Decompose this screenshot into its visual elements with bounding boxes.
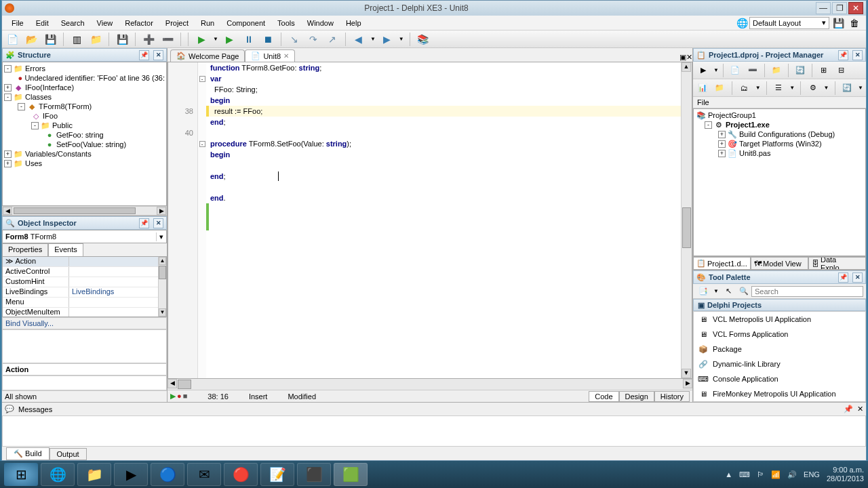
- macro-play-icon[interactable]: ▶: [170, 392, 176, 401]
- start-button[interactable]: ⊞: [4, 463, 38, 486]
- pm-build-cfg[interactable]: Build Configurations (Debug): [739, 130, 835, 138]
- menu-project[interactable]: Project: [160, 18, 194, 28]
- network-icon[interactable]: 📶: [771, 470, 781, 479]
- tree-errors[interactable]: Errors: [25, 64, 45, 73]
- delete-layout-button[interactable]: 🗑: [847, 16, 862, 30]
- layout-combo[interactable]: Default Layout ▾: [749, 17, 829, 29]
- tree-classes[interactable]: Classes: [25, 93, 52, 101]
- messages-body[interactable]: [2, 415, 866, 447]
- tree-getfoo[interactable]: GetFoo: string: [56, 131, 104, 139]
- oi-grid[interactable]: ≫ Action ActiveControl CustomHint LiveBi…: [2, 256, 167, 317]
- pm-remove-button[interactable]: ➖: [745, 63, 760, 78]
- menu-edit[interactable]: Edit: [31, 18, 54, 28]
- palette-item[interactable]: 🖥VCL Metropolis UI Application: [694, 312, 865, 327]
- pm-tree[interactable]: 📚ProjectGroup1 -⚙Project1.exe +🔧Build Co…: [693, 108, 866, 256]
- macro-record-icon[interactable]: ●: [177, 392, 182, 401]
- tree-ifoo2[interactable]: IFoo: [43, 112, 58, 120]
- oi-instance-combo[interactable]: Form8 TForm8 ▾: [2, 230, 167, 243]
- tab-unit8[interactable]: 📄Unit8✕: [245, 49, 295, 62]
- taskbar-thunderbird[interactable]: ✉: [187, 463, 221, 486]
- pm-views-button[interactable]: 🗂: [738, 81, 751, 96]
- scroll-right-arrow[interactable]: ▶: [157, 207, 166, 215]
- tree-ifoo[interactable]: IFoo(Interface): [25, 83, 74, 92]
- tab-design[interactable]: Design: [619, 391, 654, 402]
- pm-collapse-button[interactable]: ⊟: [834, 63, 849, 78]
- pm-projectgroup[interactable]: ProjectGroup1: [708, 111, 756, 119]
- pm-unit8[interactable]: Unit8.pas: [739, 149, 770, 157]
- pm-tab-data[interactable]: 🗄Data Explo...: [808, 257, 866, 270]
- editor-hscroll[interactable]: ◀ ▶: [167, 379, 692, 390]
- system-tray[interactable]: ▲ ⌨ 🏳 📶 🔊 ENG 9:00 a.m. 28/01/2013: [725, 466, 864, 483]
- tree-error-item[interactable]: Undeclared identifier: 'FFoo' at line 36…: [24, 74, 165, 82]
- menu-file[interactable]: File: [6, 18, 29, 28]
- taskbar-app3[interactable]: ⬛: [297, 463, 331, 486]
- pm-sort-button[interactable]: 📊: [696, 81, 709, 96]
- taskbar-delphi[interactable]: 🟩: [334, 463, 368, 486]
- taskbar-ie[interactable]: 🌐: [41, 463, 75, 486]
- oi-bind-link[interactable]: Bind Visually...: [2, 317, 167, 329]
- remove-file-button[interactable]: ➖: [160, 32, 175, 47]
- save-layout-button[interactable]: 💾: [831, 16, 846, 30]
- volume-icon[interactable]: 🔊: [787, 470, 797, 479]
- menu-run[interactable]: Run: [195, 18, 220, 28]
- save-all-button[interactable]: 💾: [115, 32, 130, 47]
- new-button[interactable]: 📄: [5, 32, 20, 47]
- pm-tab-model[interactable]: 🗺Model View: [751, 257, 808, 270]
- nav-fwd-dropdown[interactable]: ▼: [399, 36, 404, 42]
- palette-item[interactable]: 🔗Dynamic-link Library: [694, 357, 865, 371]
- oi-pin-button[interactable]: 📌: [139, 218, 149, 228]
- nav-fwd-button[interactable]: ▶: [380, 32, 395, 47]
- messages-tab-build[interactable]: 🔨 Build: [6, 447, 50, 460]
- tab-code[interactable]: Code: [589, 391, 618, 402]
- flag-icon[interactable]: 🏳: [757, 470, 764, 479]
- nav-back-button[interactable]: ◀: [351, 32, 366, 47]
- palette-item[interactable]: ⌨Console Application: [694, 371, 865, 386]
- tab-welcome-page[interactable]: 🏠Welcome Page: [170, 49, 245, 62]
- tree-setfoo[interactable]: SetFoo(Value: string): [56, 140, 126, 148]
- step-out-button[interactable]: ↗: [325, 32, 340, 47]
- palette-item[interactable]: 🖥VCL Forms Application: [694, 327, 865, 342]
- palette-item[interactable]: 📦Package: [694, 342, 865, 357]
- scroll-thumb[interactable]: [14, 207, 136, 214]
- structure-hscroll[interactable]: ◀ ▶: [2, 206, 167, 216]
- tree-tform8[interactable]: TForm8(TForm): [39, 102, 92, 110]
- taskbar-explorer[interactable]: 📁: [77, 463, 111, 486]
- new-form-button[interactable]: ▥: [69, 32, 84, 47]
- taskbar-app2[interactable]: 📝: [260, 463, 294, 486]
- taskbar-app1[interactable]: 🔴: [224, 463, 258, 486]
- menu-view[interactable]: View: [92, 18, 119, 28]
- menu-refactor[interactable]: Refactor: [119, 18, 159, 28]
- palette-pin-button[interactable]: 📌: [838, 272, 848, 283]
- pause-button[interactable]: ⏸: [241, 32, 256, 47]
- pm-new-button[interactable]: 📄: [728, 63, 743, 78]
- code-editor[interactable]: 38 40 - -: [167, 62, 692, 379]
- livebindings-link[interactable]: LiveBindings: [72, 287, 114, 296]
- tray-up-icon[interactable]: ▲: [725, 470, 732, 479]
- structure-close-button[interactable]: ✕: [153, 50, 163, 60]
- open-button[interactable]: 📂: [24, 32, 39, 47]
- run-dropdown[interactable]: ▼: [213, 36, 218, 42]
- nav-back-dropdown[interactable]: ▼: [370, 36, 376, 42]
- pm-project-exe[interactable]: Project1.exe: [726, 121, 770, 129]
- code-area[interactable]: function TForm8.GetFoo: string; var FFoo…: [209, 62, 681, 378]
- palette-search-input[interactable]: [751, 286, 863, 297]
- taskbar-chrome[interactable]: 🔵: [151, 463, 184, 486]
- palette-category[interactable]: ▣ Delphi Projects: [693, 299, 866, 311]
- palette-item[interactable]: 🖥FireMonkey Metropolis UI Application: [694, 386, 865, 401]
- pm-close-button[interactable]: ✕: [852, 50, 863, 60]
- help-button[interactable]: 📚: [416, 32, 431, 47]
- maximize-button[interactable]: ❐: [832, 2, 847, 14]
- keyboard-icon[interactable]: ⌨: [739, 470, 750, 479]
- editor-close-button[interactable]: ✕: [686, 53, 692, 62]
- pm-sync-button[interactable]: 🔄: [793, 63, 808, 78]
- tray-clock[interactable]: 9:00 a.m. 28/01/2013: [827, 466, 864, 483]
- save-button[interactable]: 💾: [43, 32, 58, 47]
- scroll-left-arrow[interactable]: ◀: [3, 207, 12, 215]
- palette-list[interactable]: 🖥VCL Metropolis UI Application 🖥VCL Form…: [693, 311, 866, 402]
- fold-column[interactable]: - -: [198, 62, 206, 378]
- menu-component[interactable]: Component: [221, 18, 271, 28]
- pm-targets[interactable]: Target Platforms (Win32): [739, 140, 822, 148]
- menu-window[interactable]: Window: [302, 18, 339, 28]
- messages-pin-button[interactable]: 📌: [844, 405, 853, 413]
- stop-button[interactable]: ⏹: [260, 32, 275, 47]
